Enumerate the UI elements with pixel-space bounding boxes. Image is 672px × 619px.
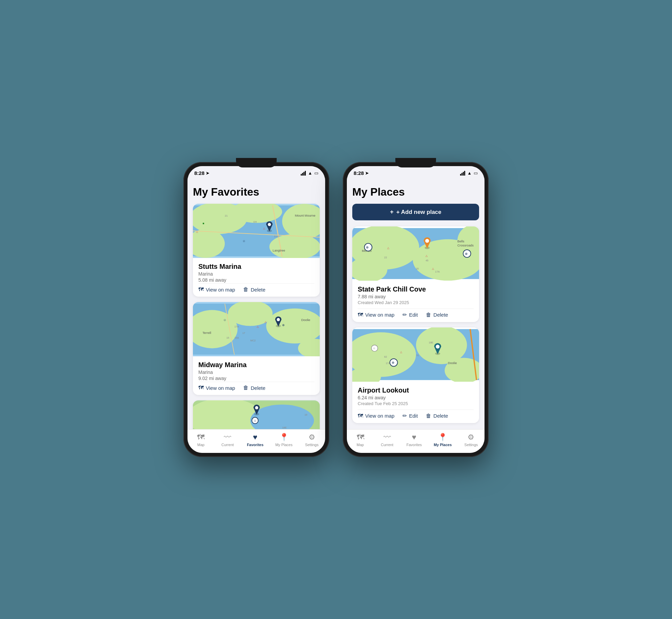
edit-icon-airport: ✏: [402, 413, 407, 419]
tab-map-label: Map: [197, 443, 204, 447]
favorites-tab-icon: ♥: [253, 433, 257, 442]
tab-myplaces-active[interactable]: 📍 My Places: [431, 432, 454, 448]
svg-text:Mount Mourne: Mount Mourne: [295, 214, 315, 217]
svg-text:18E: 18E: [282, 426, 286, 429]
location-arrow-icon: ➤: [206, 171, 209, 176]
signal-icon: [301, 171, 306, 176]
tab-current-label: Current: [221, 443, 234, 447]
svg-text:17A: 17A: [234, 325, 239, 328]
myplaces-tab-icon: 📍: [279, 433, 289, 442]
svg-text:Langtree: Langtree: [273, 248, 285, 252]
map-tab-icon: 🗺: [197, 433, 204, 442]
svg-point-18: [268, 223, 271, 226]
svg-point-37: [277, 318, 280, 321]
plus-icon: +: [390, 208, 394, 216]
current-tab-icon-2: 〰: [383, 433, 391, 442]
edit-button-airport[interactable]: ✏ Edit: [402, 413, 418, 419]
place-distance-chill-cove: 7.88 mi away: [358, 294, 474, 299]
svg-text:△: △: [426, 254, 428, 257]
status-bar-2: 8:28 ➤ ▲ ▭: [354, 170, 478, 176]
place-name-midway: Midway Marina: [198, 361, 314, 369]
card-actions-chill-cove: 🗺 View on map ✏ Edit 🗑 Delete: [358, 308, 474, 318]
view-on-map-button-chill-cove[interactable]: 🗺 View on map: [358, 312, 394, 318]
tab-settings-2[interactable]: ⚙ Settings: [461, 432, 481, 448]
tab-current-label-2: Current: [381, 443, 393, 447]
svg-text:■: ■: [202, 222, 204, 225]
page-title-favorites: My Favorites: [193, 186, 320, 198]
place-name-airport: Airport Lookout: [358, 386, 474, 394]
signal-icon-2: [460, 171, 465, 176]
svg-text:△: △: [257, 325, 259, 328]
settings-tab-icon-2: ⚙: [468, 433, 474, 442]
svg-point-44: [255, 406, 258, 409]
svg-text:☺: ☺: [373, 346, 376, 350]
delete-button-airport[interactable]: 🗑 Delete: [426, 413, 448, 419]
tab-map-label-2: Map: [357, 443, 364, 447]
svg-text:Doolie: Doolie: [448, 361, 457, 365]
place-created-chill-cove: Created Wed Jan 29 2025: [358, 300, 474, 305]
place-name-stutts: Stutts Marina: [198, 263, 314, 271]
tab-favorites-label: Favorites: [247, 443, 263, 447]
delete-button-midway[interactable]: 🗑 Delete: [243, 385, 265, 391]
tab-map-2[interactable]: 🗺 Map: [350, 432, 371, 448]
place-distance-midway: 9.02 mi away: [198, 376, 314, 381]
view-on-map-button-airport[interactable]: 🗺 View on map: [358, 413, 394, 419]
svg-text:MC2: MC2: [250, 339, 256, 342]
battery-icon-2: ▭: [474, 171, 478, 176]
map-thumbnail-third: 19 18E ☺: [193, 400, 320, 429]
map-icon-chill: 🗺: [358, 312, 363, 318]
tab-current-2[interactable]: 〰 Current: [377, 432, 397, 448]
place-type-midway: Marina: [198, 370, 314, 375]
status-time: 8:28 ➤: [194, 170, 209, 176]
map-icon-midway: 🗺: [198, 385, 204, 391]
tab-map[interactable]: 🗺 Map: [191, 432, 211, 448]
tab-myplaces[interactable]: 📍 My Places: [273, 432, 295, 448]
svg-text:17A: 17A: [435, 270, 439, 273]
delete-button-stutts[interactable]: 🗑 Delete: [243, 286, 265, 293]
delete-button-chill-cove[interactable]: 🗑 Delete: [426, 312, 448, 318]
map-thumbnail-airport: Doolie 18E 70 82 17A △ ⊕ ☺: [352, 327, 479, 382]
wifi-icon: ▲: [308, 171, 312, 176]
tab-favorites-2[interactable]: ♥ Favorites: [404, 432, 424, 448]
edit-button-chill-cove[interactable]: ✏ Edit: [402, 312, 418, 318]
status-time-2: 8:28 ➤: [354, 170, 369, 176]
tab-current[interactable]: 〰 Current: [217, 432, 238, 448]
svg-text:☺: ☺: [223, 318, 226, 322]
add-new-place-button[interactable]: + + Add new place: [352, 204, 479, 220]
svg-text:⊕: ⊕: [366, 245, 369, 249]
svg-text:⊕: ⊕: [282, 323, 285, 327]
trash-icon-airport: 🗑: [426, 413, 431, 419]
svg-text:Bells: Bells: [457, 239, 465, 243]
card-info-stutts: Stutts Marina Marina 5.08 mi away 🗺 View…: [193, 258, 320, 297]
place-type-stutts: Marina: [198, 271, 314, 277]
tab-bar-myplaces: 🗺 Map 〰 Current ♥ Favorites 📍 My Places …: [347, 429, 485, 453]
map-icon: 🗺: [198, 286, 204, 293]
svg-text:15: 15: [226, 336, 229, 339]
map-thumbnail-stutts: Mount Mourne Langtree △ ■ ☺ △ D10 D9 21: [193, 204, 320, 258]
page-title-myplaces: My Places: [352, 186, 479, 198]
place-distance-stutts: 5.08 mi away: [198, 277, 314, 283]
svg-text:18E: 18E: [429, 341, 433, 344]
view-on-map-button-stutts[interactable]: 🗺 View on map: [198, 286, 235, 293]
trash-icon-midway: 🗑: [243, 385, 249, 391]
status-bar: 8:28 ➤ ▲ ▭: [194, 170, 318, 176]
place-distance-airport: 6.24 mi away: [358, 395, 474, 400]
svg-text:Crossroads: Crossroads: [457, 243, 474, 247]
wifi-icon-2: ▲: [467, 171, 472, 176]
svg-point-67: [425, 239, 429, 243]
svg-text:☺: ☺: [254, 419, 257, 422]
map-thumbnail-chill-cove: Monbo Bells Crossroads 22 45 20 17A △ △ …: [352, 226, 479, 281]
notch-2: [395, 166, 436, 167]
svg-text:△: △: [263, 226, 265, 230]
tab-myplaces-label: My Places: [275, 443, 293, 447]
tab-favorites-active[interactable]: ♥ Favorites: [244, 432, 266, 448]
status-icons-2: ▲ ▭: [460, 171, 478, 176]
svg-text:20: 20: [416, 267, 419, 270]
favorites-tab-icon-2: ♥: [412, 433, 416, 442]
status-icons: ▲ ▭: [301, 171, 318, 176]
svg-text:D9: D9: [254, 221, 257, 224]
view-on-map-button-midway[interactable]: 🗺 View on map: [198, 385, 235, 391]
tab-settings[interactable]: ⚙ Settings: [302, 432, 322, 448]
edit-icon-chill: ✏: [402, 312, 407, 318]
card-stutts-marina: Mount Mourne Langtree △ ■ ☺ △ D10 D9 21: [193, 204, 320, 297]
